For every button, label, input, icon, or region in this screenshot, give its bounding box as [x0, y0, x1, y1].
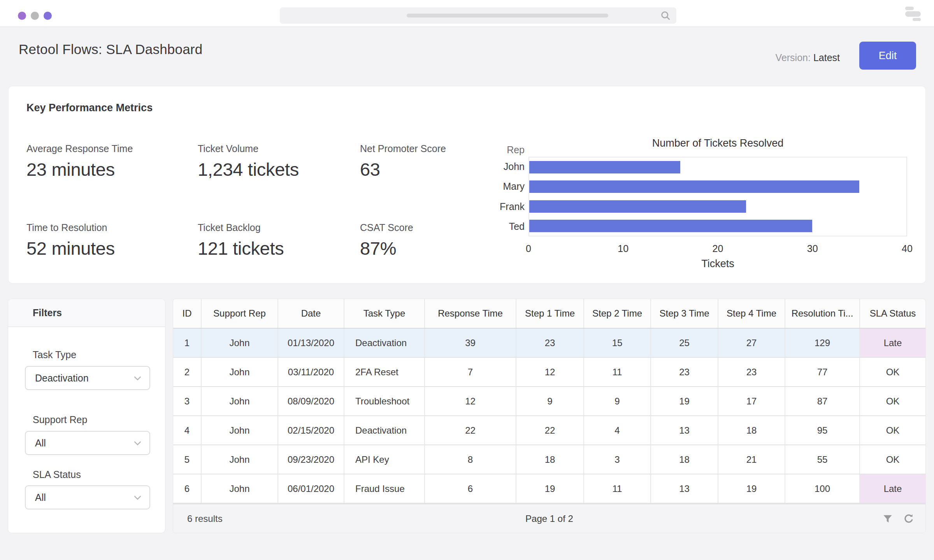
- filter-funnel-icon[interactable]: [882, 513, 894, 525]
- table-cell: 1: [173, 329, 202, 357]
- chart-x-axis-label: Tickets: [528, 258, 907, 270]
- table-cell: 13: [651, 416, 718, 444]
- task-type-value: Deactivation: [35, 373, 89, 384]
- chart-y-axis-label: Rep: [448, 144, 525, 156]
- metric-ticket-volume: Ticket Volume1,234 tickets: [198, 143, 299, 180]
- task-type-select[interactable]: Deactivation: [25, 366, 150, 390]
- table-cell: 7: [425, 358, 516, 386]
- support-rep-value: All: [35, 438, 46, 449]
- sla-status-cell: OK: [860, 358, 925, 386]
- table-cell: 23: [718, 358, 785, 386]
- support-rep-select[interactable]: All: [25, 431, 150, 455]
- table-cell: 02/15/2020: [278, 416, 344, 444]
- chart-bar-band: [529, 158, 906, 177]
- table-cell: 8: [425, 445, 516, 474]
- sla-status-select[interactable]: All: [25, 485, 150, 509]
- table-row[interactable]: 5John09/23/2020API Key8183182155OK: [173, 445, 925, 474]
- metric-label: Ticket Volume: [198, 143, 299, 154]
- table-cell: 9: [516, 387, 584, 415]
- metric-value: 87%: [360, 238, 413, 259]
- bar-mary: [529, 180, 859, 193]
- table-cell: 23: [516, 329, 584, 357]
- chart-x-ticks: 010203040: [528, 243, 907, 256]
- filter-label-sla-status: SLA Status: [33, 469, 81, 480]
- table-cell: 27: [718, 329, 785, 357]
- table-cell: 18: [651, 445, 718, 474]
- sla-status-cell: Late: [860, 329, 925, 357]
- column-header-sla-status[interactable]: SLA Status: [860, 299, 925, 328]
- sla-status-value: All: [35, 492, 46, 503]
- table-cell: 22: [516, 416, 584, 444]
- metric-time-to-resolution: Time to Resolution52 minutes: [26, 222, 115, 259]
- bar-ted: [529, 220, 812, 232]
- table-row[interactable]: 1John01/13/2020Deactivation3923152527129…: [173, 329, 925, 358]
- version-value: Latest: [813, 52, 840, 63]
- browser-chrome: [0, 0, 934, 27]
- menu-icon[interactable]: [905, 7, 921, 21]
- chevron-down-icon: [134, 493, 141, 500]
- metric-value: 63: [360, 159, 446, 180]
- table-cell: 87: [785, 387, 860, 415]
- window-dot-violet: [44, 12, 52, 20]
- menu-bar: [913, 18, 921, 21]
- column-header-id[interactable]: ID: [173, 299, 202, 328]
- table-row[interactable]: 2John03/11/20202FA Reset71211232377OK: [173, 358, 925, 387]
- kpm-title: Key Performance Metrics: [26, 102, 153, 114]
- table-cell: 6: [173, 474, 202, 503]
- table-cell: 39: [425, 329, 516, 357]
- menu-bar: [905, 7, 914, 10]
- table-row[interactable]: 6John06/01/2020Fraud Issue619111319100La…: [173, 474, 925, 504]
- metric-label: CSAT Score: [360, 222, 413, 233]
- column-header-step-3-time[interactable]: Step 3 Time: [651, 299, 718, 328]
- table-cell: John: [202, 474, 278, 503]
- table-row[interactable]: 4John02/15/2020Deactivation22224131895OK: [173, 416, 925, 445]
- metric-value: 23 minutes: [26, 159, 133, 180]
- metric-label: Average Response Time: [26, 143, 133, 154]
- table-cell: 17: [718, 387, 785, 415]
- table-cell: John: [202, 387, 278, 415]
- table-cell: 06/01/2020: [278, 474, 344, 503]
- bar-chart-plot: [528, 157, 907, 236]
- table-cell: Fraud Issue: [344, 474, 425, 503]
- table-cell: 6: [425, 474, 516, 503]
- metric-value: 1,234 tickets: [198, 159, 299, 180]
- table-cell: Deactivation: [344, 416, 425, 444]
- table-cell: 12: [425, 387, 516, 415]
- x-tick-label: 10: [618, 243, 629, 254]
- table-cell: 12: [516, 358, 584, 386]
- column-header-support-rep[interactable]: Support Rep: [202, 299, 278, 328]
- window-dots: [18, 12, 52, 20]
- chart-title: Number of Tickets Resolved: [528, 137, 907, 149]
- column-header-step-4-time[interactable]: Step 4 Time: [718, 299, 785, 328]
- table-cell: 09/23/2020: [278, 445, 344, 474]
- table-cell: 01/13/2020: [278, 329, 344, 357]
- chevron-down-icon: [134, 373, 141, 380]
- chart-category-label: Mary: [437, 177, 525, 196]
- refresh-icon[interactable]: [903, 513, 915, 525]
- table-cell: John: [202, 445, 278, 474]
- column-header-resolution-ti-[interactable]: Resolution Ti...: [785, 299, 860, 328]
- metric-label: Ticket Backlog: [198, 222, 284, 233]
- table-cell: API Key: [344, 445, 425, 474]
- metric-value: 52 minutes: [26, 238, 115, 259]
- sla-status-cell: OK: [860, 387, 925, 415]
- edit-button[interactable]: Edit: [859, 42, 916, 70]
- table-row[interactable]: 3John08/09/2020Troubleshoot1299191787OK: [173, 387, 925, 416]
- table-cell: 11: [584, 474, 651, 503]
- column-header-response-time[interactable]: Response Time: [425, 299, 516, 328]
- column-header-date[interactable]: Date: [278, 299, 344, 328]
- column-header-step-1-time[interactable]: Step 1 Time: [516, 299, 584, 328]
- x-tick-label: 20: [713, 243, 723, 254]
- table-header-row: IDSupport RepDateTask TypeResponse TimeS…: [173, 299, 925, 329]
- search-input[interactable]: [280, 7, 676, 24]
- table-cell: 2: [173, 358, 202, 386]
- table-cell: 03/11/2020: [278, 358, 344, 386]
- metric-label: Time to Resolution: [26, 222, 115, 233]
- chart-category-label: John: [437, 157, 525, 177]
- table-cell: 19: [718, 474, 785, 503]
- version-label: Version:: [776, 52, 811, 63]
- search-placeholder-bar: [407, 14, 608, 18]
- column-header-task-type[interactable]: Task Type: [344, 299, 425, 328]
- column-header-step-2-time[interactable]: Step 2 Time: [584, 299, 651, 328]
- table-cell: John: [202, 358, 278, 386]
